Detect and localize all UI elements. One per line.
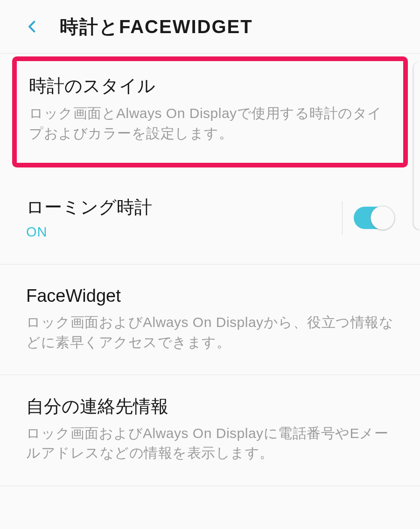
setting-item-roaming-clock[interactable]: ローミング時計 ON bbox=[0, 178, 420, 264]
setting-title: FaceWidget bbox=[26, 284, 394, 308]
setting-item-facewidget[interactable]: FaceWidget ロック画面およびAlways On Displayから、役… bbox=[0, 264, 420, 375]
toggle-knob bbox=[371, 206, 395, 230]
setting-item-contact-info[interactable]: 自分の連絡先情報 ロック画面およびAlways On Displayに電話番号や… bbox=[0, 375, 420, 486]
edge-panel-handle[interactable] bbox=[413, 62, 420, 230]
page-title: 時計とFACEWIDGET bbox=[60, 14, 253, 40]
toggle-divider bbox=[342, 201, 394, 235]
settings-list: 時計のスタイル ロック画面とAlways On Displayで使用する時計のタ… bbox=[0, 56, 420, 486]
app-header: 時計とFACEWIDGET bbox=[0, 0, 420, 54]
setting-title: ローミング時計 bbox=[26, 195, 334, 219]
setting-description: ロック画面とAlways On Displayで使用する時計のタイプおよびカラー… bbox=[29, 104, 391, 143]
setting-status: ON bbox=[26, 224, 334, 240]
back-icon[interactable] bbox=[22, 17, 42, 36]
setting-description: ロック画面およびAlways On Displayに電話番号やEメールアドレスな… bbox=[26, 424, 394, 463]
setting-title: 自分の連絡先情報 bbox=[26, 395, 394, 418]
setting-description: ロック画面およびAlways On Displayから、役立つ情報などに素早くア… bbox=[26, 313, 394, 352]
setting-title: 時計のスタイル bbox=[29, 74, 391, 98]
setting-item-clock-style[interactable]: 時計のスタイル ロック画面とAlways On Displayで使用する時計のタ… bbox=[12, 56, 408, 167]
roaming-clock-toggle[interactable] bbox=[354, 207, 394, 229]
